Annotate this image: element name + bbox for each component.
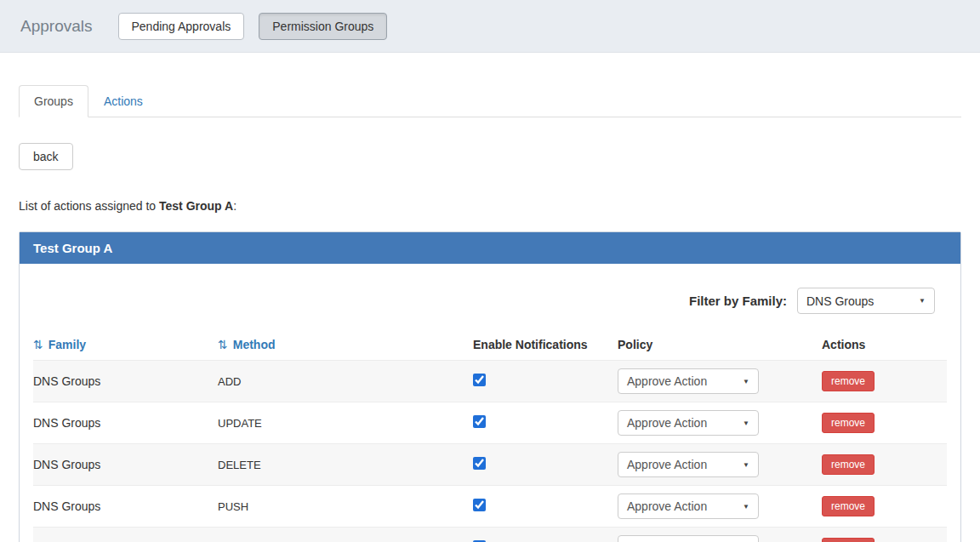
chevron-down-icon: ▼ (743, 419, 749, 427)
method-cell: UPDATE (218, 402, 473, 444)
top-bar: Approvals Pending Approvals Permission G… (0, 0, 980, 53)
remove-button[interactable]: remove (822, 454, 875, 475)
notifications-cell (473, 444, 618, 486)
policy-select-value: Approve Action (627, 458, 707, 471)
column-header-family[interactable]: ⇅Family (33, 333, 218, 361)
method-cell: PUSH (218, 486, 473, 528)
column-header-notifications: Enable Notifications (473, 333, 618, 361)
intro-suffix: : (233, 199, 236, 213)
policy-select[interactable]: Approve Action ▼ (618, 368, 759, 394)
table-row: DNS Groups ADD Approve Action ▼ remove (33, 361, 947, 402)
notifications-cell (473, 402, 618, 444)
filter-row: Filter by Family: DNS Groups ▼ (33, 288, 935, 314)
policy-select[interactable]: Approve Action ▼ (618, 494, 759, 519)
policy-cell: Approve Action ▼ (618, 528, 822, 542)
notifications-checkbox[interactable] (473, 499, 486, 511)
chevron-down-icon: ▼ (919, 297, 926, 305)
family-cell: DNS Groups (33, 528, 218, 542)
family-cell: DNS Groups (33, 444, 218, 486)
tab-bar: Groups Actions (19, 85, 961, 117)
notifications-checkbox[interactable] (473, 457, 486, 470)
chevron-down-icon: ▼ (743, 461, 749, 469)
group-panel: Test Group A Filter by Family: DNS Group… (19, 231, 961, 542)
panel-body: Filter by Family: DNS Groups ▼ ⇅Family (20, 264, 960, 542)
actions-table: ⇅Family ⇅Method Enable Notifications Pol… (33, 333, 947, 542)
notifications-cell (473, 528, 618, 542)
content-area: Groups Actions back List of actions assi… (0, 85, 980, 542)
policy-select[interactable]: Approve Action ▼ (618, 535, 759, 542)
method-cell: BULKMOVEZONES (218, 528, 473, 542)
policy-select-value: Approve Action (627, 374, 707, 388)
policy-select-value: Approve Action (627, 416, 707, 430)
panel-title: Test Group A (20, 232, 960, 264)
notifications-checkbox[interactable] (473, 415, 486, 428)
page: Approvals Pending Approvals Permission G… (0, 0, 980, 542)
policy-select[interactable]: Approve Action ▼ (618, 410, 759, 436)
chevron-down-icon: ▼ (743, 378, 749, 385)
table-body: DNS Groups ADD Approve Action ▼ remove D… (33, 361, 947, 542)
remove-button[interactable]: remove (822, 371, 875, 391)
policy-cell: Approve Action ▼ (618, 361, 822, 402)
policy-select-value: Approve Action (627, 499, 707, 513)
pending-approvals-button[interactable]: Pending Approvals (118, 13, 245, 40)
actions-cell: remove (822, 444, 947, 486)
chevron-down-icon: ▼ (743, 503, 749, 511)
column-header-actions: Actions (822, 333, 947, 361)
actions-cell: remove (822, 528, 947, 542)
permission-groups-button[interactable]: Permission Groups (259, 13, 387, 40)
filter-by-family-label: Filter by Family: (689, 294, 787, 308)
sort-icon: ⇅ (218, 338, 228, 351)
notifications-cell (473, 486, 618, 528)
back-button[interactable]: back (19, 143, 73, 170)
page-title: Approvals (20, 17, 93, 36)
column-header-method[interactable]: ⇅Method (218, 333, 473, 361)
table-row: DNS Groups PUSH Approve Action ▼ remove (33, 486, 947, 528)
family-cell: DNS Groups (33, 486, 218, 528)
notifications-cell (473, 361, 618, 402)
policy-cell: Approve Action ▼ (618, 486, 822, 528)
sort-icon: ⇅ (33, 338, 43, 351)
method-cell: ADD (218, 361, 473, 402)
policy-select[interactable]: Approve Action ▼ (618, 452, 759, 477)
family-filter-value: DNS Groups (806, 294, 874, 308)
intro-group-name: Test Group A (159, 199, 233, 213)
table-row: DNS Groups UPDATE Approve Action ▼ remov… (33, 402, 947, 444)
family-cell: DNS Groups (33, 361, 218, 402)
family-filter-select[interactable]: DNS Groups ▼ (797, 288, 935, 314)
actions-cell: remove (822, 402, 947, 444)
intro-text: List of actions assigned to Test Group A… (19, 199, 961, 213)
intro-prefix: List of actions assigned to (19, 199, 159, 213)
policy-cell: Approve Action ▼ (618, 402, 822, 444)
method-cell: DELETE (218, 444, 473, 486)
remove-button[interactable]: remove (822, 496, 875, 516)
tab-groups[interactable]: Groups (19, 85, 88, 117)
table-row: DNS Groups BULKMOVEZONES Approve Action … (33, 528, 947, 542)
remove-button[interactable]: remove (822, 538, 875, 542)
notifications-checkbox[interactable] (473, 374, 486, 386)
table-header: ⇅Family ⇅Method Enable Notifications Pol… (33, 333, 947, 361)
actions-cell: remove (822, 361, 947, 402)
family-cell: DNS Groups (33, 402, 218, 444)
remove-button[interactable]: remove (822, 413, 875, 433)
policy-cell: Approve Action ▼ (618, 444, 822, 486)
actions-cell: remove (822, 486, 947, 528)
table-row: DNS Groups DELETE Approve Action ▼ remov… (33, 444, 947, 486)
column-header-policy: Policy (618, 333, 822, 361)
tab-actions[interactable]: Actions (88, 85, 158, 117)
